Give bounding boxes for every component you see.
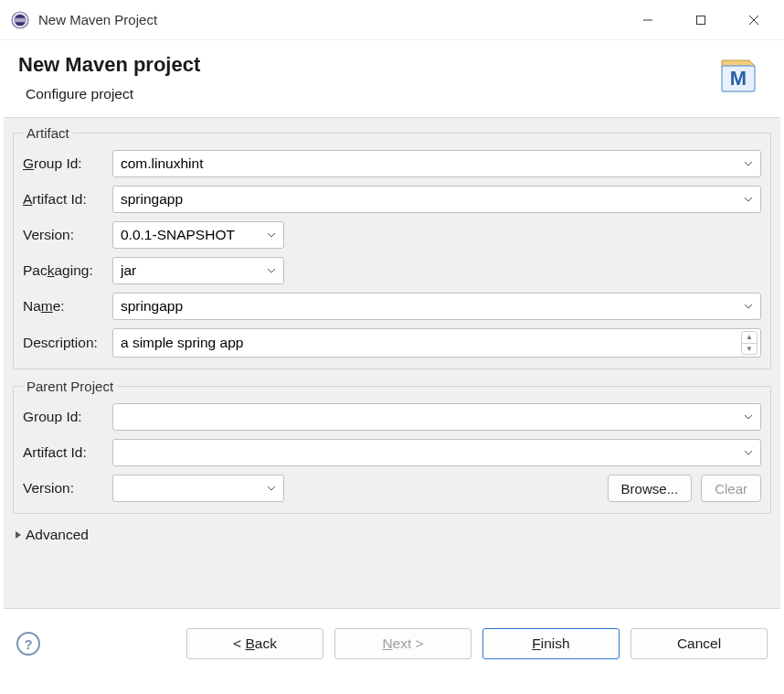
parent-legend: Parent Project <box>23 379 117 394</box>
parent-group-id-value[interactable] <box>121 409 753 425</box>
parent-group-id-input[interactable] <box>112 403 761 431</box>
parent-version-label: Version: <box>23 480 112 496</box>
wizard-content: Artifact Group Id: Artifact Id: Version: <box>4 117 780 609</box>
window-titlebar: New Maven Project <box>0 0 784 40</box>
artifact-id-label: Artifact Id: <box>23 191 112 208</box>
description-input[interactable]: ▲ ▼ <box>112 328 761 358</box>
advanced-label: Advanced <box>26 527 89 543</box>
wizard-footer: ? < Back Next > Finish Cancel <box>0 609 784 678</box>
packaging-label: Packaging: <box>23 262 112 279</box>
advanced-toggle[interactable]: Advanced <box>15 527 771 543</box>
artifact-id-value[interactable] <box>121 191 753 208</box>
next-button[interactable]: Next > <box>334 628 471 659</box>
artifact-id-input[interactable] <box>112 186 761 213</box>
maximize-button[interactable] <box>674 2 727 38</box>
back-button[interactable]: < Back <box>186 628 323 659</box>
group-id-value[interactable] <box>121 155 753 172</box>
finish-button[interactable]: Finish <box>482 628 620 659</box>
packaging-input[interactable] <box>112 257 284 284</box>
cancel-button[interactable]: Cancel <box>630 628 768 659</box>
description-label: Description: <box>23 335 112 351</box>
maven-icon: M <box>716 53 760 97</box>
chevron-down-icon: ▼ <box>742 344 757 355</box>
description-value[interactable] <box>121 335 736 351</box>
clear-button[interactable]: Clear <box>701 475 761 502</box>
parent-artifact-id-input[interactable] <box>112 439 761 466</box>
help-button[interactable]: ? <box>16 632 40 656</box>
eclipse-icon <box>11 11 29 29</box>
name-input[interactable] <box>112 293 761 320</box>
parent-artifact-id-value[interactable] <box>121 444 753 461</box>
parent-version-input[interactable] <box>112 475 284 502</box>
chevron-up-icon: ▲ <box>742 332 757 344</box>
minimize-button[interactable] <box>621 2 674 38</box>
wizard-subtitle: Configure project <box>26 86 200 102</box>
parent-version-value[interactable] <box>121 480 276 496</box>
group-id-input[interactable] <box>112 150 761 177</box>
version-label: Version: <box>23 227 112 243</box>
group-id-label: Group Id: <box>23 155 112 172</box>
svg-rect-2 <box>697 16 705 24</box>
parent-group-id-label: Group Id: <box>23 409 112 425</box>
svg-text:M: M <box>730 67 747 90</box>
help-icon: ? <box>24 636 32 652</box>
window-title: New Maven Project <box>38 12 157 27</box>
name-label: Name: <box>23 298 112 315</box>
name-value[interactable] <box>121 298 753 315</box>
browse-button[interactable]: Browse... <box>608 475 693 502</box>
maximize-icon <box>695 15 706 26</box>
packaging-value[interactable] <box>121 262 276 279</box>
minimize-icon <box>642 15 653 26</box>
triangle-right-icon <box>15 530 22 539</box>
close-button[interactable] <box>727 2 780 38</box>
close-icon <box>748 15 759 26</box>
wizard-heading: New Maven project <box>18 53 200 77</box>
artifact-legend: Artifact <box>23 125 73 141</box>
parent-project-group: Parent Project Group Id: Artifact Id: Ve… <box>13 379 771 514</box>
parent-artifact-id-label: Artifact Id: <box>23 444 112 461</box>
artifact-group: Artifact Group Id: Artifact Id: Version: <box>13 125 771 369</box>
version-value[interactable] <box>121 227 276 243</box>
version-input[interactable] <box>112 221 284 249</box>
wizard-banner: New Maven project Configure project M <box>0 40 784 117</box>
description-spinner[interactable]: ▲ ▼ <box>741 331 758 355</box>
